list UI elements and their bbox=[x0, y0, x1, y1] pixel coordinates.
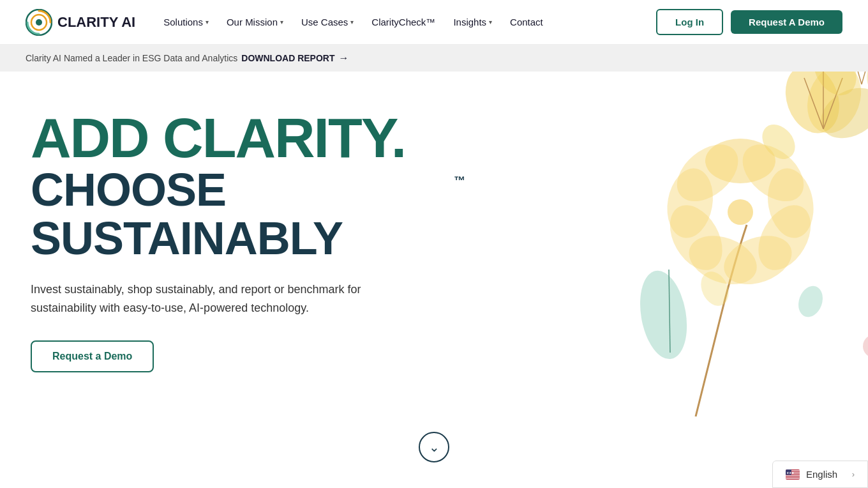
navbar: CLARITY AI Solutions ▾ Our Mission ▾ Use… bbox=[0, 0, 868, 45]
nav-insights[interactable]: Insights ▾ bbox=[445, 11, 500, 33]
nav-clarity-check[interactable]: ClarityCheck™ bbox=[364, 11, 443, 33]
request-demo-nav-button[interactable]: Request A Demo bbox=[731, 10, 842, 34]
hero-illustration bbox=[428, 72, 868, 488]
announcement-text: Clarity AI Named a Leader in ESG Data an… bbox=[26, 53, 237, 63]
hero-subtitle: Invest sustainably, shop sustainably, an… bbox=[31, 280, 401, 317]
svg-point-2 bbox=[36, 19, 42, 26]
hero-content: ADD CLARITY. CHOOSE SUSTAINABLY™ Invest … bbox=[31, 110, 465, 372]
nav-use-cases[interactable]: Use Cases ▾ bbox=[294, 11, 361, 33]
hero-title-line1: ADD CLARITY. bbox=[31, 110, 465, 166]
svg-rect-45 bbox=[786, 478, 800, 478]
hero-title-line2: CHOOSE SUSTAINABLY™ bbox=[31, 166, 465, 263]
announcement-bar: Clarity AI Named a Leader in ESG Data an… bbox=[0, 45, 868, 72]
download-report-link[interactable]: DOWNLOAD REPORT → bbox=[241, 52, 348, 64]
scroll-down-circle[interactable]: ⌄ bbox=[419, 432, 449, 462]
svg-point-28 bbox=[863, 335, 868, 358]
arrow-right-icon: → bbox=[339, 52, 349, 64]
svg-point-26 bbox=[634, 267, 693, 363]
login-button[interactable]: Log In bbox=[656, 9, 723, 35]
svg-rect-43 bbox=[786, 475, 800, 475]
nav-contact[interactable]: Contact bbox=[502, 11, 551, 33]
insights-chevron-icon: ▾ bbox=[489, 19, 492, 26]
nav-our-mission[interactable]: Our Mission ▾ bbox=[219, 11, 291, 33]
logo-text: CLARITY AI bbox=[57, 14, 135, 31]
solutions-chevron-icon: ▾ bbox=[206, 19, 209, 26]
flag-icon: ★★★ bbox=[786, 469, 800, 480]
logo[interactable]: CLARITY AI bbox=[26, 9, 135, 36]
language-chevron-icon: › bbox=[852, 469, 855, 479]
svg-point-12 bbox=[728, 199, 753, 225]
chevron-down-icon: ⌄ bbox=[429, 439, 440, 455]
our-mission-chevron-icon: ▾ bbox=[280, 19, 283, 26]
language-selector[interactable]: ★★★ English › bbox=[772, 461, 868, 488]
nav-actions: Log In Request A Demo bbox=[656, 9, 842, 35]
svg-rect-44 bbox=[786, 477, 800, 477]
use-cases-chevron-icon: ▾ bbox=[350, 19, 354, 26]
svg-text:★★★: ★★★ bbox=[786, 471, 795, 475]
hero-section: ADD CLARITY. CHOOSE SUSTAINABLY™ Invest … bbox=[0, 72, 868, 488]
svg-point-34 bbox=[795, 282, 827, 320]
scroll-down-indicator[interactable]: ⌄ bbox=[419, 432, 449, 462]
nav-links: Solutions ▾ Our Mission ▾ Use Cases ▾ Cl… bbox=[156, 11, 656, 33]
request-demo-hero-button[interactable]: Request a Demo bbox=[31, 340, 154, 372]
language-label: English bbox=[806, 469, 837, 480]
nav-solutions[interactable]: Solutions ▾ bbox=[156, 11, 216, 33]
